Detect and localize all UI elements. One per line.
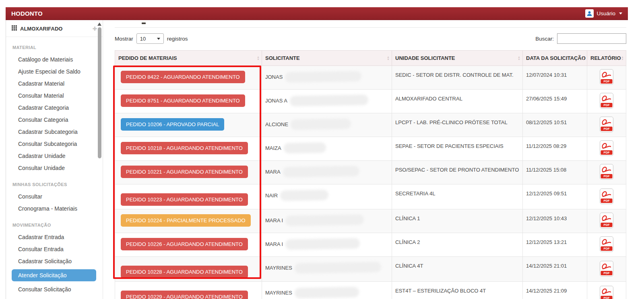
pdf-report-icon[interactable]: PDF — [600, 188, 613, 204]
column-header-solicitante[interactable]: SOLICITANTE▲▼ — [262, 51, 392, 66]
solicitante-cell: MAYRINES — [262, 257, 392, 282]
pedido-status-button[interactable]: PEDIDO 8422 - AGUARDANDO ATENDIMENTO — [121, 71, 245, 83]
sidebar-item-consultar-unidade[interactable]: Consultar Unidade — [6, 162, 103, 174]
svg-text:PDF: PDF — [604, 174, 610, 178]
column-header-pedido-de-materiais[interactable]: PEDIDO DE MATERIAIS▲▼ — [115, 51, 262, 66]
sidebar-panel-header[interactable]: ALMOXARIFADO ✚ — [6, 20, 103, 37]
unidade-cell: SECRETARIA 4L — [392, 184, 523, 209]
sort-icon[interactable]: ▲▼ — [518, 56, 520, 61]
sidebar-item-cronograma-materiais[interactable]: Cronograma - Materiais — [6, 203, 103, 215]
column-header-unidade-solicitante[interactable]: UNIDADE SOLICITANTE▲▼ — [392, 51, 523, 66]
main-content: Mostrar 10 registros Buscar: — [103, 20, 628, 299]
relatorio-cell: PDF — [587, 233, 626, 257]
solicitante-cell: ALCIONE — [262, 113, 392, 137]
column-header-relatorio[interactable]: RELATÓRIO▲▼ — [587, 51, 626, 66]
sidebar-panel-title: ALMOXARIFADO — [20, 26, 62, 32]
pedido-status-button[interactable]: PEDIDO 8751 - AGUARDANDO ATENDIMENTO — [121, 94, 245, 107]
sidebar-item-consultar-entrada[interactable]: Consultar Entrada — [6, 243, 103, 255]
solicitante-cell: JONAS A — [262, 90, 392, 113]
unidade-text: LPCPT - LAB. PRÉ-CLINICO PRÓTESE TOTAL — [395, 117, 519, 125]
sidebar: ALMOXARIFADO ✚ MATERIALCatálogo de Mater… — [6, 20, 103, 299]
sidebar-item-cadastrar-entrada[interactable]: Cadastrar Entrada — [6, 231, 103, 243]
solicitante-name: MARA I — [265, 241, 283, 247]
table-row: PEDIDO 10221 - AGUARDANDO ATENDIMENTO MA… — [115, 161, 626, 184]
unidade-text: ALMOXARIFADO CENTRAL — [395, 93, 519, 102]
solicitante-cell: MAYRINES — [262, 282, 392, 299]
pedido-status-button[interactable]: PEDIDO 10218 - AGUARDANDO ATENDIMENTO — [121, 142, 248, 154]
redacted-name-blur — [290, 94, 368, 106]
redacted-name-blur — [295, 262, 381, 274]
solicitante-cell: MARA — [262, 161, 392, 184]
unidade-cell: CLÍNICA 4T — [392, 257, 523, 282]
data-cell: 12/12/2025 09:51 — [523, 184, 587, 209]
sidebar-item-cadastrar-subcategoria[interactable]: Cadastrar Subcategoria — [6, 126, 103, 138]
sort-icon[interactable]: ▲▼ — [582, 56, 585, 61]
scrollbar-thumb[interactable] — [98, 27, 101, 158]
pedido-status-button[interactable]: PEDIDO 10229 - AGUARDANDO ATENDIMENTO — [121, 291, 248, 299]
pedido-cell: PEDIDO 8422 - AGUARDANDO ATENDIMENTO — [115, 66, 262, 90]
pedido-cell: PEDIDO 10224 - PARCIALMENTE PROCESSADO — [115, 209, 262, 233]
sidebar-item-atender-solicitacao[interactable]: Atender Solicitação — [12, 269, 96, 281]
data-cell: 14/12/2025 21:01 — [523, 257, 587, 282]
table-row: PEDIDO 10223 - AGUARDANDO ATENDIMENTO NA… — [115, 184, 626, 209]
unidade-cell: SEDIC - SETOR DE DISTR. CONTROLE DE MAT. — [392, 66, 523, 90]
pedido-status-button[interactable]: PEDIDO 10228 - AGUARDANDO ATENDIMENTO — [121, 266, 248, 278]
sort-icon[interactable]: ▲▼ — [257, 56, 260, 61]
orders-table: PEDIDO DE MATERIAIS▲▼SOLICITANTE▲▼UNIDAD… — [115, 50, 626, 299]
data-text: 12/12/2025 09:51 — [526, 188, 584, 197]
scroll-up-arrow[interactable] — [97, 23, 101, 26]
pdf-report-icon[interactable]: PDF — [600, 117, 613, 132]
pdf-report-icon[interactable]: PDF — [600, 236, 613, 252]
sidebar-item-cadastrar-unidade[interactable]: Cadastrar Unidade — [6, 150, 103, 162]
user-avatar-icon — [585, 9, 594, 18]
pdf-report-icon[interactable]: PDF — [600, 140, 613, 156]
pedido-status-button[interactable]: PEDIDO 10223 - AGUARDANDO ATENDIMENTO — [121, 193, 248, 206]
pedido-status-button[interactable]: PEDIDO 10224 - PARCIALMENTE PROCESSADO — [121, 214, 251, 227]
unidade-text: SEPAE - SETOR DE PACIENTES ESPECIAIS — [395, 140, 519, 149]
pedido-cell: PEDIDO 10218 - AGUARDANDO ATENDIMENTO — [115, 137, 262, 161]
sidebar-item-consultar-solicitacao[interactable]: Consultar Solicitação — [6, 283, 103, 295]
table-row: PEDIDO 10229 - AGUARDANDO ATENDIMENTO MA… — [115, 282, 626, 299]
chevron-down-icon — [619, 12, 622, 14]
pedido-status-button[interactable]: PEDIDO 10206 - APROVADO PARCIAL — [121, 118, 224, 131]
search-input[interactable] — [557, 33, 626, 44]
sidebar-item-cadastrar-material[interactable]: Cadastrar Material — [6, 78, 103, 90]
user-menu[interactable]: Usuário — [585, 9, 622, 18]
sort-icon[interactable]: ▲▼ — [621, 56, 624, 61]
pedido-cell: PEDIDO 8751 - AGUARDANDO ATENDIMENTO — [115, 90, 262, 113]
pdf-report-icon[interactable]: PDF — [600, 69, 613, 85]
relatorio-cell: PDF — [587, 90, 626, 113]
sidebar-item-catalogo-de-materiais[interactable]: Catálogo de Materiais — [6, 53, 103, 66]
sidebar-item-ajuste-especial-de-saldo[interactable]: Ajuste Especial de Saldo — [6, 66, 103, 78]
sidebar-item-consultar-subcategoria[interactable]: Consultar Subcategoria — [6, 138, 103, 150]
redacted-name-blur — [283, 166, 359, 177]
brand-title[interactable]: HODONTO — [11, 10, 43, 17]
pdf-report-icon[interactable]: PDF — [600, 93, 613, 109]
pedido-status-button[interactable]: PEDIDO 10221 - AGUARDANDO ATENDIMENTO — [121, 166, 248, 178]
sort-icon[interactable]: ▲▼ — [387, 56, 390, 61]
sidebar-item-consultar[interactable]: Consultar — [6, 190, 103, 203]
sidebar-section-material: MATERIAL — [6, 37, 103, 53]
sidebar-section-movimentacao: MOVIMENTAÇÃO — [6, 215, 103, 231]
redacted-name-blur — [280, 190, 328, 201]
page-size-select[interactable]: 10 — [136, 33, 164, 44]
solicitante-name: JONAS — [265, 74, 283, 80]
data-text: 12/12/2025 13:21 — [526, 236, 584, 245]
sidebar-item-cadastrar-solicitacao[interactable]: Cadastrar Solicitação — [6, 255, 103, 267]
show-label: Mostrar — [115, 36, 133, 42]
sidebar-item-consultar-material[interactable]: Consultar Material — [6, 90, 103, 102]
pdf-report-icon[interactable]: PDF — [600, 213, 613, 228]
sidebar-item-consultar-categoria[interactable]: Consultar Categoria — [6, 114, 103, 126]
unidade-cell: ALMOXARIFADO CENTRAL — [392, 90, 523, 113]
svg-text:PDF: PDF — [604, 199, 610, 203]
table-row: PEDIDO 10226 - AGUARDANDO ATENDIMENTO MA… — [115, 233, 626, 257]
svg-text:PDF: PDF — [604, 103, 610, 107]
pdf-report-icon[interactable]: PDF — [600, 164, 613, 180]
records-label: registros — [167, 36, 188, 42]
move-handle-icon[interactable]: ✚ — [93, 26, 97, 32]
column-header-data-da-solicitacao[interactable]: DATA DA SOLICITAÇÃO▲▼ — [523, 51, 587, 66]
pedido-status-button[interactable]: PEDIDO 10226 - AGUARDANDO ATENDIMENTO — [121, 238, 248, 250]
pdf-report-icon[interactable]: PDF — [600, 286, 613, 299]
pdf-report-icon[interactable]: PDF — [600, 261, 613, 276]
sidebar-item-cadastrar-categoria[interactable]: Cadastrar Categoria — [6, 102, 103, 114]
